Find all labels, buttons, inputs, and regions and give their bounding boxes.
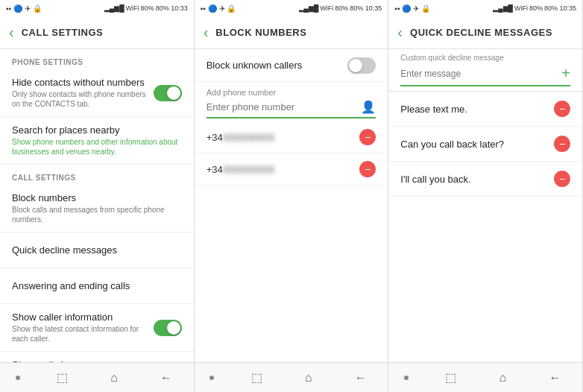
add-phone-row: Add phone number 👤 <box>195 82 388 121</box>
wifi-icon-1: WiFi <box>126 4 139 12</box>
answering-ending-item[interactable]: Answering and ending calls <box>0 268 194 304</box>
blocked-number-2-blurred: XXXXXXXX <box>223 164 274 175</box>
custom-message-label: Custom quick decline message <box>400 54 570 62</box>
calls-popup-item[interactable]: Show calls in pop-up Show ongoing calls … <box>0 352 194 362</box>
decline-message-row-1: Please text me. − <box>388 92 582 127</box>
person-icon: 👤 <box>361 100 376 114</box>
block-numbers-text: Block numbers Block calls and messages f… <box>12 192 182 224</box>
decline-message-row-2: Can you call back later? − <box>388 127 582 162</box>
hide-contacts-item[interactable]: Hide contacts without numbers Only show … <box>0 69 194 117</box>
status-right-3: ▂▄▆█ WiFi 80% 80% 10:35 <box>493 4 576 12</box>
top-bar-2: ‹ BLOCK NUMBERS <box>195 16 388 49</box>
nav-dot-3 <box>404 376 409 380</box>
hide-contacts-toggle[interactable] <box>154 85 182 101</box>
status-icons-3: 🔵 ✈ 🔒 <box>402 4 430 13</box>
status-icons-1: 🔵 ✈ 🔒 <box>13 4 42 13</box>
screen-icon-2: ▪▪ <box>201 4 206 13</box>
nav-dot-1 <box>16 376 20 380</box>
decline-message-3: I'll call you back. <box>400 174 470 185</box>
status-right-1: ▂▄▆█ WiFi 80% 80% 10:33 <box>104 4 188 12</box>
search-places-subtitle: Show phone numbers and other information… <box>12 137 182 157</box>
back-button-2[interactable]: ‹ <box>204 24 209 41</box>
blocked-number-1: +34XXXXXXXX <box>207 132 274 143</box>
block-numbers-title: Block numbers <box>12 192 182 203</box>
block-numbers-item[interactable]: Block numbers Block calls and messages f… <box>0 185 194 233</box>
home-btn-1[interactable]: ⌂ <box>104 365 124 391</box>
recent-apps-btn-2[interactable]: ⬚ <box>245 364 268 391</box>
screen-title-2: BLOCK NUMBERS <box>215 27 306 38</box>
time-2: 80% 10:35 <box>350 4 382 12</box>
blocked-number-row-1: +34XXXXXXXX − <box>195 121 388 154</box>
time-1: 80% 10:33 <box>156 4 188 12</box>
recent-apps-btn-3[interactable]: ⬚ <box>439 364 462 391</box>
caller-info-item[interactable]: Show caller information Show the latest … <box>0 304 194 352</box>
add-message-btn[interactable]: + <box>561 65 570 82</box>
signal-icon-1: ▂▄▆█ <box>104 4 125 12</box>
status-bar-1: ▪▪ 🔵 ✈ 🔒 ▂▄▆█ WiFi 80% 80% 10:33 <box>0 0 194 16</box>
bottom-nav-2: ⬚ ⌂ ← <box>195 362 388 392</box>
home-btn-3[interactable]: ⌂ <box>493 365 512 391</box>
screen-block-numbers: ▪▪ 🔵 ✈ 🔒 ▂▄▆█ WiFi 80% 80% 10:35 ‹ BLOCK… <box>195 0 389 392</box>
signal-icon-3: ▂▄▆█ <box>493 4 513 12</box>
remove-number-btn-1[interactable]: − <box>359 129 376 145</box>
bottom-nav-3: ⬚ ⌂ ← <box>388 362 582 392</box>
screen-call-settings: ▪▪ 🔵 ✈ 🔒 ▂▄▆█ WiFi 80% 80% 10:33 ‹ CALL … <box>0 0 195 392</box>
top-bar-1: ‹ CALL SETTINGS <box>0 16 194 49</box>
screen-title-3: QUICK DECLINE MESSAGES <box>410 27 552 38</box>
wifi-icon-3: WiFi <box>514 4 528 12</box>
search-places-text: Search for places nearby Show phone numb… <box>12 124 182 157</box>
decline-message-1: Please text me. <box>400 104 467 115</box>
screen-quick-decline: ▪▪ 🔵 ✈ 🔒 ▂▄▆█ WiFi 80% 80% 10:35 ‹ QUICK… <box>388 0 583 392</box>
back-button-1[interactable]: ‹ <box>9 24 14 41</box>
back-nav-btn-1[interactable]: ← <box>154 365 178 391</box>
caller-info-subtitle: Show the latest contact information for … <box>12 324 154 344</box>
remove-message-btn-3[interactable]: − <box>554 171 570 187</box>
call-settings-header: CALL SETTINGS <box>0 165 194 185</box>
caller-info-toggle[interactable] <box>154 320 182 336</box>
bottom-nav-1: ⬚ ⌂ ← <box>0 362 194 392</box>
remove-message-btn-2[interactable]: − <box>554 136 570 152</box>
decline-message-row-3: I'll call you back. − <box>388 162 582 197</box>
back-nav-btn-3[interactable]: ← <box>543 365 567 391</box>
screen-icon-3: ▪▪ <box>394 4 400 13</box>
status-bar-3: ▪▪ 🔵 ✈ 🔒 ▂▄▆█ WiFi 80% 80% 10:35 <box>388 0 582 16</box>
wifi-icon-2: WiFi <box>320 4 333 12</box>
remove-message-btn-1[interactable]: − <box>554 101 570 117</box>
custom-message-input[interactable] <box>400 69 561 79</box>
decline-message-2: Can you call back later? <box>400 139 504 150</box>
search-places-title: Search for places nearby <box>12 124 182 136</box>
screen-icon-1: ▪▪ <box>6 4 11 13</box>
block-unknown-toggle[interactable] <box>347 57 376 74</box>
quick-decline-text: Quick decline messages <box>12 244 182 256</box>
signal-icon-2: ▂▄▆█ <box>299 4 319 12</box>
status-left-3: ▪▪ 🔵 ✈ 🔒 <box>394 4 430 13</box>
remove-number-btn-2[interactable]: − <box>359 161 376 177</box>
status-bar-2: ▪▪ 🔵 ✈ 🔒 ▂▄▆█ WiFi 80% 80% 10:35 <box>195 0 388 16</box>
home-btn-2[interactable]: ⌂ <box>299 365 318 391</box>
call-settings-content: PHONE SETTINGS Hide contacts without num… <box>0 49 194 362</box>
custom-message-input-row: + <box>400 65 570 86</box>
search-places-item[interactable]: Search for places nearby Show phone numb… <box>0 117 194 165</box>
answering-ending-text: Answering and ending calls <box>12 280 182 291</box>
status-icons-2: 🔵 ✈ 🔒 <box>208 4 236 13</box>
time-3: 80% 10:35 <box>544 4 576 12</box>
add-phone-label: Add phone number <box>207 88 376 97</box>
quick-decline-content: Custom quick decline message + Please te… <box>388 49 582 362</box>
block-unknown-row[interactable]: Block unknown callers <box>195 49 388 82</box>
custom-message-area: Custom quick decline message + <box>388 49 582 92</box>
quick-decline-item[interactable]: Quick decline messages <box>0 233 194 268</box>
nav-dot-2 <box>209 376 214 380</box>
block-numbers-content: Block unknown callers Add phone number 👤… <box>195 49 388 362</box>
back-button-3[interactable]: ‹ <box>397 24 403 41</box>
caller-info-text: Show caller information Show the latest … <box>12 312 154 344</box>
phone-input[interactable] <box>207 101 362 113</box>
back-nav-btn-2[interactable]: ← <box>349 365 373 391</box>
caller-info-title: Show caller information <box>12 312 154 323</box>
recent-apps-btn-1[interactable]: ⬚ <box>51 364 74 391</box>
status-left-1: ▪▪ 🔵 ✈ 🔒 <box>6 4 42 13</box>
battery-1: 80% <box>141 4 154 12</box>
hide-contacts-title: Hide contacts without numbers <box>12 77 154 88</box>
phone-settings-header: PHONE SETTINGS <box>0 49 194 69</box>
hide-contacts-text: Hide contacts without numbers Only show … <box>12 77 154 109</box>
screen-title-1: CALL SETTINGS <box>22 27 104 38</box>
